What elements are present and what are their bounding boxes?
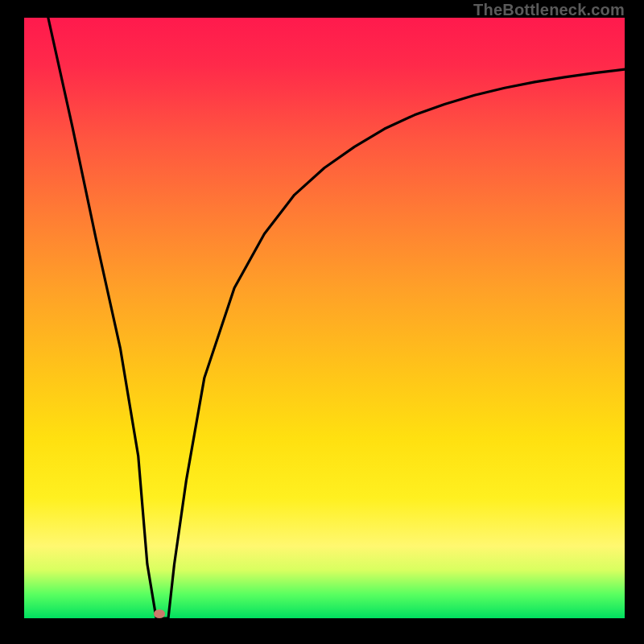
chart-frame: TheBottleneck.com bbox=[0, 0, 644, 644]
curve-svg bbox=[24, 18, 625, 618]
highlight-marker bbox=[154, 609, 165, 618]
watermark-text: TheBottleneck.com bbox=[473, 1, 625, 19]
plot-area bbox=[24, 18, 625, 618]
curve-line bbox=[48, 18, 625, 618]
